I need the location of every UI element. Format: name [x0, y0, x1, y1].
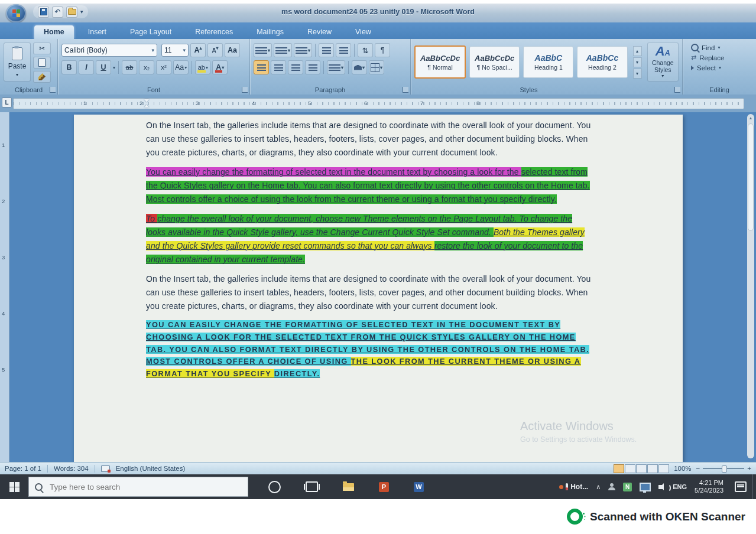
vertical-ruler[interactable]: 1 2 3 4 5 [0, 112, 9, 462]
subscript-button[interactable]: x₂ [139, 60, 154, 74]
align-right-button[interactable] [288, 60, 303, 74]
copy-button[interactable] [33, 57, 51, 69]
taskbar-clock[interactable]: 4:21 PM 5/24/2023 [695, 479, 723, 494]
weather-widget[interactable]: Hot... [559, 483, 588, 491]
paragraph-1[interactable]: On the Insert tab, the galleries include… [146, 119, 594, 159]
paste-button[interactable]: Paste ▾ [4, 43, 31, 82]
tab-references[interactable]: References [186, 25, 242, 39]
font-name-combo[interactable]: Calibri (Body) ▾ [61, 44, 157, 57]
tab-page-layout[interactable]: Page Layout [121, 25, 181, 39]
tab-review[interactable]: Review [298, 25, 341, 39]
grow-font-button[interactable]: A▴ [190, 43, 206, 57]
tab-view[interactable]: View [346, 25, 381, 39]
zoom-track[interactable] [703, 468, 744, 469]
font-color-button[interactable]: A▾ [212, 60, 228, 74]
styles-gallery-expand[interactable]: ▾ [633, 69, 642, 79]
start-button[interactable] [0, 474, 28, 499]
outline-view-button[interactable] [647, 464, 658, 473]
indent-marker[interactable] [144, 99, 150, 108]
zoom-in-icon[interactable]: + [747, 465, 751, 472]
language-indicator[interactable]: ENG [673, 483, 687, 490]
zoom-out-icon[interactable]: − [696, 465, 700, 472]
paragraph-5[interactable]: YOU CAN EASILY CHANGE THE FORMATTING OF … [146, 319, 594, 380]
font-dialog-launcher[interactable] [242, 87, 248, 93]
numbering-button[interactable]: ▾ [274, 43, 292, 57]
style-no-spacing[interactable]: AaBbCcDc ¶ No Spaci... [469, 46, 520, 78]
format-painter-button[interactable] [33, 71, 51, 83]
tab-mailings[interactable]: Mailings [247, 25, 293, 39]
cortana-icon[interactable] [268, 481, 281, 493]
web-layout-view-button[interactable] [636, 464, 647, 473]
styles-scroll-up[interactable]: ▴ [633, 46, 642, 56]
shading-button[interactable]: ▾ [352, 60, 367, 74]
underline-button[interactable]: U [96, 60, 111, 74]
line-spacing-button[interactable]: ▾ [327, 60, 345, 74]
change-styles-button[interactable]: AA Change Styles ▾ [647, 43, 679, 82]
change-case-button[interactable]: Aa▾ [173, 60, 189, 74]
zoom-level[interactable]: 100% [674, 465, 691, 472]
text-highlight-button[interactable]: ab▾ [195, 60, 210, 74]
full-screen-view-button[interactable] [625, 464, 635, 473]
align-left-button[interactable] [254, 60, 269, 74]
find-button[interactable]: Find▾ [691, 43, 752, 53]
action-center-icon[interactable] [735, 481, 747, 492]
vertical-scrollbar[interactable]: ▴ [747, 114, 754, 458]
page-count[interactable]: Page: 1 of 1 [5, 465, 41, 472]
task-view-icon[interactable] [306, 481, 318, 492]
document-page[interactable]: On the Insert tab, the galleries include… [74, 115, 683, 462]
scrollbar-thumb[interactable] [748, 123, 754, 231]
tab-insert[interactable]: Insert [79, 25, 116, 39]
file-explorer-icon[interactable] [343, 483, 354, 491]
italic-button[interactable]: I [79, 60, 94, 74]
paste-dropdown-icon[interactable]: ▾ [16, 72, 18, 77]
zoom-slider[interactable]: − + [696, 465, 751, 472]
borders-button[interactable]: ▾ [369, 60, 384, 74]
search-input[interactable] [48, 482, 216, 492]
select-button[interactable]: Select▾ [691, 63, 752, 73]
taskbar-search[interactable] [28, 477, 248, 497]
print-layout-view-button[interactable] [614, 464, 624, 473]
decrease-indent-button[interactable] [319, 43, 334, 57]
justify-button[interactable] [305, 60, 320, 74]
word-icon[interactable]: W [414, 482, 424, 492]
draft-view-button[interactable] [658, 464, 669, 473]
zoom-handle[interactable] [722, 465, 727, 473]
tab-home[interactable]: Home [34, 25, 74, 39]
strikethrough-button[interactable]: ab [122, 60, 137, 74]
horizontal-ruler[interactable]: 1 2 3 4 5 6 7 8 [13, 98, 744, 109]
style-heading-1[interactable]: AaBbC Heading 1 [523, 46, 573, 78]
powerpoint-icon[interactable]: P [379, 482, 389, 492]
superscript-button[interactable]: x² [156, 60, 171, 74]
style-heading-2[interactable]: AaBbCc Heading 2 [577, 46, 627, 78]
hidden-icons-chevron[interactable]: ∧ [596, 483, 601, 491]
show-desktop-button[interactable] [752, 474, 756, 499]
paragraph-4[interactable]: On the Insert tab, the galleries include… [146, 272, 594, 313]
chevron-down-icon[interactable]: ▾ [179, 47, 186, 53]
clear-formatting-button[interactable]: Aa [225, 43, 240, 57]
document-text[interactable]: On the Insert tab, the galleries include… [74, 115, 594, 380]
paragraph-3[interactable]: To change the overall look of your docum… [146, 212, 594, 266]
bullets-button[interactable]: ▾ [254, 43, 272, 57]
word-count[interactable]: Words: 304 [54, 465, 89, 472]
volume-icon[interactable] [658, 485, 663, 489]
show-paragraph-marks-button[interactable]: ¶ [375, 43, 390, 57]
clipboard-dialog-launcher[interactable] [50, 87, 56, 93]
cut-button[interactable]: ✂ [33, 43, 51, 54]
user-tray-icon[interactable] [608, 483, 615, 490]
language-status[interactable]: English (United States) [116, 465, 186, 472]
chevron-down-icon[interactable]: ▾ [148, 47, 154, 53]
shrink-font-button[interactable]: A▾ [207, 43, 223, 57]
tab-selector[interactable]: L [2, 97, 12, 108]
scroll-up-icon[interactable]: ▴ [747, 115, 754, 121]
underline-dropdown-icon[interactable]: ▾ [113, 65, 115, 70]
paragraph-2[interactable]: You can easily change the formatting of … [146, 165, 594, 206]
sort-button[interactable]: ⇅ [358, 43, 373, 57]
display-tray-icon[interactable] [640, 483, 651, 491]
styles-scroll-down[interactable]: ▾ [633, 57, 642, 67]
notepad-tray-icon[interactable]: N [623, 483, 632, 491]
style-normal[interactable]: AaBbCcDc ¶ Normal [414, 45, 466, 79]
multilevel-list-button[interactable]: ▾ [294, 43, 312, 57]
increase-indent-button[interactable] [336, 43, 351, 57]
font-size-combo[interactable]: 11 ▾ [161, 44, 189, 57]
align-center-button[interactable] [271, 60, 286, 74]
